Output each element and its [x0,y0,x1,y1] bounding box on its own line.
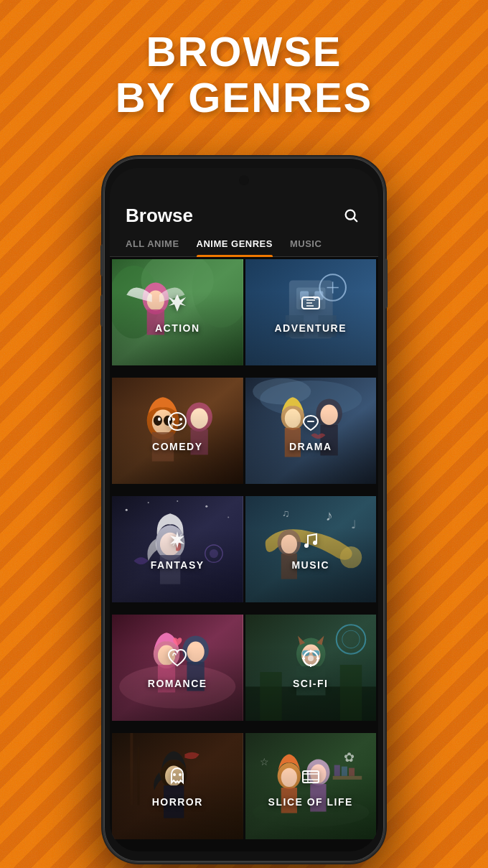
fantasy-label-area: FANTASY [112,496,243,602]
comedy-icon [166,410,189,438]
svg-point-89 [308,655,314,661]
svg-point-101 [179,773,182,776]
fantasy-label: FANTASY [151,559,205,571]
romance-label-area: ROMANCE [112,615,243,721]
horror-label-area: HORROR [112,733,243,839]
screen-title: Browse [126,205,193,227]
phone-frame: Browse ALL ANIME ANIME GENRES MUSIC [104,158,384,862]
drama-icon [299,410,322,438]
drama-label: DRAMA [289,441,332,452]
genre-card-music[interactable]: ♪ ♫ ♩ [245,496,377,602]
drama-label-area: DRAMA [245,378,377,484]
action-icon [166,291,189,319]
adventure-label-area: ADVENTURE [245,259,377,365]
genre-card-romance[interactable]: ROMANCE [112,615,243,721]
fantasy-icon [166,528,189,556]
adventure-label: ADVENTURE [274,322,347,334]
music-label: MUSIC [291,559,329,571]
slice-icon [299,765,322,793]
tab-bar: ALL ANIME ANIME GENRES MUSIC [110,238,378,257]
svg-line-1 [354,218,357,221]
search-button[interactable] [339,204,362,227]
tab-all-anime[interactable]: ALL ANIME [126,238,179,256]
camera-notch [239,175,249,185]
genre-card-comedy[interactable]: COMEDY [112,378,243,484]
genre-card-adventure[interactable]: ADVENTURE [245,259,377,365]
svg-point-67 [304,543,309,548]
romance-label: ROMANCE [148,678,207,689]
svg-point-35 [172,418,175,421]
phone-screen: Browse ALL ANIME ANIME GENRES MUSIC [110,168,378,851]
app-content: Browse ALL ANIME ANIME GENRES MUSIC [110,168,378,851]
hero-header: BROWSE BY GENRES [0,29,488,121]
hero-title-line2: BY GENRES [116,74,373,121]
genre-card-drama[interactable]: DRAMA [245,378,377,484]
svg-point-100 [173,773,176,776]
action-label: ACTION [155,322,200,334]
svg-rect-116 [303,771,319,783]
genre-card-fantasy[interactable]: FANTASY [112,496,243,602]
tab-anime-genres[interactable]: ANIME GENRES [197,238,273,256]
genre-grid: ACTION [110,257,378,851]
phone-body: Browse ALL ANIME ANIME GENRES MUSIC [104,158,384,862]
comedy-label-area: COMEDY [112,378,243,484]
hero-title-line1: BROWSE [146,28,342,75]
horror-icon [166,765,189,793]
music-label-area: MUSIC [245,496,377,602]
svg-point-34 [169,413,186,430]
slice-label: SLICE OF LIFE [268,796,353,808]
svg-point-36 [179,418,182,421]
scifi-icon [299,647,322,675]
genre-card-horror[interactable]: HORROR [112,733,243,839]
slice-label-area: SLICE OF LIFE [245,733,377,839]
genre-card-action[interactable]: ACTION [112,259,243,365]
comedy-label: COMEDY [152,441,202,452]
genre-card-slice[interactable]: ✿ ☆ [245,733,377,839]
horror-label: HORROR [152,796,203,808]
romance-icon [166,647,189,675]
adventure-icon [299,291,322,319]
tab-music[interactable]: MUSIC [290,238,322,256]
genre-card-scifi[interactable]: SCI-FI [245,615,377,721]
scifi-label: SCI-FI [293,678,328,689]
svg-point-68 [313,541,317,545]
scifi-label-area: SCI-FI [245,615,377,721]
music-icon [299,528,322,556]
action-label-area: ACTION [112,259,243,365]
